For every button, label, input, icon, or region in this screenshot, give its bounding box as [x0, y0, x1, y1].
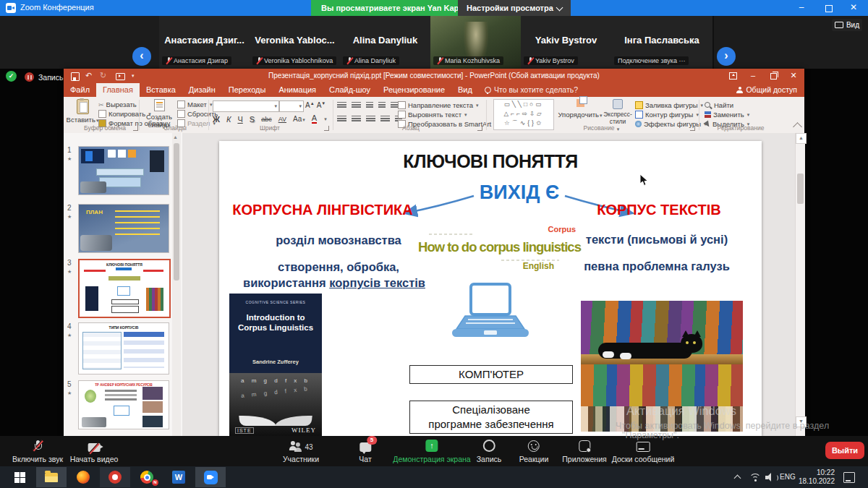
folder-icon: [45, 473, 58, 482]
thumbnail-number: 5: [67, 380, 72, 388]
whiteboards-button[interactable]: Доски сообщений: [612, 440, 675, 463]
alignment-buttons: [337, 116, 405, 123]
clock[interactable]: 10:22 18.10.2022: [794, 468, 835, 486]
grow-shrink-font-buttons: А▲А▼: [305, 101, 326, 109]
book-title: Introduction to Corpus Linguistics: [229, 312, 322, 333]
firefox-icon: [77, 471, 90, 484]
leave-meeting-button[interactable]: Выйти: [825, 442, 864, 459]
security-shield-icon[interactable]: ✓: [6, 71, 17, 82]
muted-mic-icon: [437, 57, 443, 64]
paste-icon: [77, 99, 89, 114]
quick-styles-icon: [613, 99, 623, 109]
participant-tile[interactable]: Анастасия Дзиг... Анастасия Дзигар: [159, 16, 251, 69]
tray-time: 10:22: [794, 468, 835, 477]
tell-me-box: Что вы хотите сделать?: [479, 83, 584, 97]
justify-icon: [380, 116, 390, 123]
bold-button: Ж: [213, 115, 220, 124]
start-button[interactable]: [4, 467, 35, 487]
book-series: COGNITIVE SCIENCE SERIES: [229, 300, 322, 304]
ppt-minimize-button: –: [744, 69, 762, 83]
tab-home: Главная: [96, 83, 140, 97]
participant-tile[interactable]: Alina Danyliuk Alina Danyliuk: [340, 16, 432, 69]
participant-tile[interactable]: Yakiv Bystrov Yakiv Bystrov: [521, 16, 613, 69]
recording-indicator-icon[interactable]: [25, 72, 34, 82]
firefox-button[interactable]: [68, 467, 98, 487]
share-screen-button[interactable]: ↑ Демонстрация экрана: [393, 440, 470, 463]
recording-label: Запись: [38, 73, 63, 82]
ppt-share-button: Общий доступ: [736, 83, 797, 97]
thumbnail-scrollbar[interactable]: ▲: [172, 133, 181, 436]
wifi-icon[interactable]: [749, 473, 761, 481]
unmute-button[interactable]: Включить звук: [12, 440, 63, 463]
slide-scrollbar-thumb: [797, 174, 804, 204]
apps-button[interactable]: Приложения: [562, 440, 606, 463]
view-layout-button[interactable]: Вид: [832, 19, 862, 31]
shape-effects-button: Эффекты фигуры▾: [635, 120, 707, 128]
zoom-window-title: Zoom Конференция: [20, 3, 94, 12]
thumbnail-number: 4: [67, 322, 72, 330]
ppt-close-button: ✕: [784, 69, 803, 83]
browser-app-button[interactable]: [100, 467, 130, 487]
scroll-participants-right-button[interactable]: ›: [717, 47, 736, 66]
maximize-button[interactable]: [816, 0, 839, 16]
person-icon: [736, 87, 743, 93]
paragraph-group-label: Абзац: [375, 124, 447, 132]
participant-name: Veronika Yabloc...: [250, 35, 340, 46]
chat-button[interactable]: 5 Чат: [359, 440, 371, 463]
thumbnail-title: КЛЮЧОВІ ПОНЯТТЯ: [80, 262, 169, 267]
align-left-icon: [337, 116, 346, 123]
text-direction-button: Направление текста▾: [398, 101, 479, 109]
slide-thumbnail: ПЛАН: [78, 204, 169, 253]
font-size-box: ▾: [279, 100, 304, 112]
participant-tile[interactable]: Veronika Yabloc... Veronika Yablochnikov…: [250, 16, 341, 69]
minimize-button[interactable]: –: [790, 0, 813, 16]
shape-fill-icon: [635, 101, 643, 109]
action-center-icon[interactable]: [843, 472, 855, 483]
scroll-participants-left-button[interactable]: ‹: [132, 47, 151, 66]
windows-logo-icon: [14, 472, 25, 483]
text-direction-icon: [398, 101, 406, 109]
chrome-badge: N: [152, 479, 158, 486]
view-settings-dropdown[interactable]: Настройки просмотра: [458, 0, 571, 16]
tray-date: 18.10.2022: [794, 477, 835, 486]
word-button[interactable]: W: [163, 467, 194, 487]
file-explorer-button[interactable]: [36, 467, 67, 487]
participant-tile-video[interactable]: Maria Kozhuhivska: [430, 16, 522, 69]
participant-name: Alina Danyliuk: [340, 35, 430, 46]
current-slide: КЛЮЧОВІ ПОНЯТТЯ ВИХІД Є КОРПУСНА ЛІНГВІС…: [219, 141, 762, 436]
start-video-button[interactable]: Начать видео: [70, 440, 119, 463]
muted-camera-icon: [88, 443, 101, 452]
speaker-icon[interactable]: [765, 473, 775, 481]
slide-text: розділ мовознавства: [241, 234, 436, 247]
close-button[interactable]: ✕: [842, 0, 865, 16]
zoom-app-button[interactable]: [195, 467, 226, 487]
ppt-titlebar: ↶ ↻ ▾ Презентація_корпусний підхід.ppt […: [64, 69, 804, 83]
scroll-up-button: ▲: [796, 133, 807, 144]
slide-right-heading: КОРПУС ТЕКСТІВ: [592, 202, 726, 218]
record-button[interactable]: Запись: [477, 440, 501, 463]
animation-star-icon: ★: [67, 269, 72, 275]
increase-indent-icon: [378, 102, 386, 109]
muted-mic-icon: [166, 57, 171, 64]
ppt-window-title: Презентація_корпусний підхід.ppt [Режим …: [64, 72, 804, 80]
wordcloud-word: Corpus: [548, 225, 576, 234]
mouse-cursor: [639, 174, 649, 187]
book-cover-image: COGNITIVE SCIENCE SERIES Introduction to…: [229, 294, 322, 436]
chevron-down-icon: [556, 4, 563, 12]
lightbulb-icon: [485, 87, 491, 93]
screen: Zoom Конференция Вы просматриваете экран…: [0, 0, 868, 488]
participants-button[interactable]: 43 Участники: [283, 440, 319, 463]
font-name-box: ▾: [213, 100, 279, 112]
chrome-button[interactable]: N: [132, 467, 162, 487]
drawing-dialog-launcher: [690, 126, 695, 131]
shapes-row: △⌐⌐⇨⇩▱: [494, 109, 553, 119]
find-button: Найти: [705, 101, 733, 109]
tray-hidden-icons-button[interactable]: [734, 475, 741, 482]
language-indicator[interactable]: ENG: [780, 473, 796, 481]
thumbnail-scrollbar-thumb[interactable]: [174, 143, 179, 281]
participant-tile[interactable]: Інга Паславська Подключение звука ···: [611, 16, 714, 69]
reactions-button[interactable]: Реакции: [519, 440, 549, 463]
font-style-buttons: Ж К Ч S abc AV Аа▾ А ▾: [213, 114, 327, 124]
maximize-icon: [825, 5, 833, 12]
paste-button: Вставить▾: [68, 99, 97, 124]
